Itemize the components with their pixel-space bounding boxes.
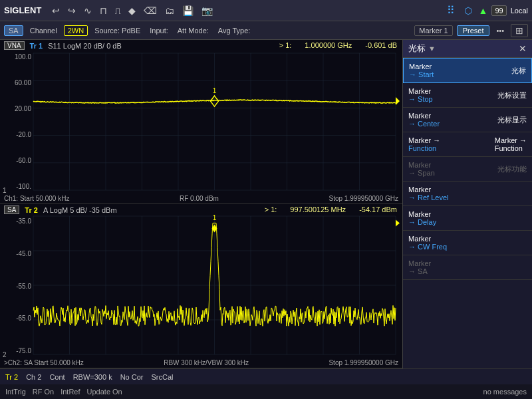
panel-dropdown-icon: ▼: [428, 45, 436, 53]
grid-view-button[interactable]: ⊞: [511, 24, 528, 37]
y2-label: -75.0: [1, 347, 31, 354]
panel-item-0[interactable]: Marker→ Start光标: [403, 58, 532, 83]
drop-button[interactable]: ◆: [126, 4, 138, 17]
right-panel: 光标 ▼ ✕ Marker→ Start光标Marker→ Stop光标设置Ma…: [402, 40, 532, 368]
y1-label: 60.00: [1, 79, 31, 86]
channel-label: Channel: [27, 26, 60, 35]
chart2[interactable]: SA Tr 2 A LogM 5 dB/ -35 dBm > 1: 997.50…: [0, 204, 402, 368]
panel-item-1[interactable]: Marker→ Stop光标设置: [403, 83, 532, 108]
chart2-stop: Stop 1.999950000 GHz: [329, 359, 398, 366]
network-button[interactable]: ⬡: [462, 4, 475, 17]
charts-panel: VNA Tr 1 S11 LogM 20 dB/ 0 dB > 1: 1.000…: [0, 40, 402, 368]
preset-button[interactable]: Preset: [457, 25, 490, 36]
mode-sa-button[interactable]: SA: [4, 25, 23, 36]
panel-item-5[interactable]: Marker→ Ref Level: [403, 182, 532, 206]
undo-button[interactable]: ↩: [49, 4, 63, 17]
panel-item-main-0: Marker: [409, 63, 434, 70]
panel-item-sub-6: → Delay: [408, 218, 436, 226]
chart2-type: SA: [4, 205, 19, 214]
chart1-marker-freq: 1.000000 GHz: [305, 41, 352, 49]
chart2-header: SA Tr 2 A LogM 5 dB/ -35 dBm: [4, 205, 117, 214]
status1-src: SrcCal: [152, 373, 174, 381]
redo-button[interactable]: ↪: [65, 4, 78, 17]
panel-items-list: Marker→ Start光标Marker→ Stop光标设置Marker→ C…: [403, 58, 532, 280]
panel-item-sub-8: → SA: [408, 267, 431, 275]
panel-item-3[interactable]: Marker →FunctionMarker → Function: [403, 132, 532, 157]
status2-rf: RF On: [33, 388, 54, 396]
toolbar-right: ⠿ ⬡ ▲ 99 Local: [444, 3, 528, 18]
chart2-trace: Tr 2: [25, 206, 38, 214]
panel-item-label-0: 光标: [511, 66, 526, 76]
chart1-ref: RF 0.00 dBm: [180, 195, 219, 202]
grid-button[interactable]: ⠿: [444, 3, 458, 18]
chart1-mode: S11 LogM 20 dB/ 0 dB: [48, 42, 122, 50]
y1-label: -20.0: [1, 131, 31, 138]
status1-rbw: RBW=300 k: [73, 373, 112, 381]
chart2-mode: A LogM 5 dB/ -35 dBm: [43, 206, 117, 214]
status2-ref: IntRef: [61, 388, 80, 396]
panel-item-7[interactable]: Marker→ CW Freq: [403, 231, 532, 255]
panel-item-main-4: Marker: [408, 161, 435, 169]
panel-item-6[interactable]: Marker→ Delay: [403, 206, 532, 231]
avg-type-label: Avg Type:: [215, 26, 253, 35]
status2-message: no messages: [483, 388, 527, 396]
chart1-marker-info: > 1: 1.000000 GHz -0.601 dB: [279, 41, 397, 49]
panel-item-sub-3: Function: [408, 144, 440, 152]
chart1-trace: Tr 1: [30, 42, 43, 50]
input-label: Input:: [147, 26, 171, 35]
panel-item-sub-2: → Center: [408, 120, 440, 128]
chart1-marker-val: -0.601 dB: [365, 41, 397, 49]
y1-label: -60.0: [1, 157, 31, 164]
y2-label: -45.0: [1, 250, 31, 257]
main-content: VNA Tr 1 S11 LogM 20 dB/ 0 dB > 1: 1.000…: [0, 40, 532, 368]
status-bar-2: IntTrig RF On IntRef Update On no messag…: [0, 384, 532, 399]
panel-item-sub-1: → Stop: [408, 95, 433, 103]
panel-item-2[interactable]: Marker→ Center光标显示: [403, 108, 532, 132]
panel-item-8[interactable]: Marker→ SA: [403, 255, 532, 280]
chart1-marker-pos: > 1:: [279, 41, 292, 49]
panel-close-button[interactable]: ✕: [519, 43, 527, 54]
chart2-footer: >Ch2: SA Start 50.000 kHz RBW 300 kHz/VB…: [4, 359, 398, 366]
chart1-header: VNA Tr 1 S11 LogM 20 dB/ 0 dB: [4, 41, 122, 50]
panel-item-main-2: Marker: [408, 112, 440, 120]
location-label: Local: [511, 7, 528, 15]
chart2-y-axis: -35.0-45.0-55.0-65.0-75.0: [1, 217, 31, 354]
y1-label: 100.0: [1, 53, 31, 61]
panel-item-4[interactable]: Marker→ Span光标功能: [403, 157, 532, 182]
chart2-start: >Ch2: SA Start 50.000 kHz: [4, 359, 84, 366]
marker-button[interactable]: Marker 1: [414, 25, 452, 36]
camera-button[interactable]: 📷: [199, 4, 215, 17]
panel-title: 光标: [408, 43, 426, 55]
panel-item-label-3: Marker → Function: [495, 136, 527, 152]
chart1[interactable]: VNA Tr 1 S11 LogM 20 dB/ 0 dB > 1: 1.000…: [0, 40, 402, 204]
panel-item-sub-0: → Start: [409, 70, 434, 78]
status1-cor: No Cor: [120, 373, 144, 381]
save-button[interactable]: 💾: [180, 4, 196, 17]
chart1-type: VNA: [4, 41, 25, 50]
panel-item-sub-5: → Ref Level: [408, 194, 449, 201]
chart1-footer: Ch1: Start 50.000 kHz RF 0.00 dBm Stop 1…: [4, 195, 398, 202]
chart2-marker-info: > 1: 997.500125 MHz -54.17 dBm: [265, 205, 397, 213]
y2-label: -65.0: [1, 315, 31, 322]
status2-trig: IntTrig: [5, 388, 26, 396]
more-options[interactable]: •••: [493, 26, 507, 35]
y2-label: -35.0: [1, 217, 31, 225]
chart2-marker-pos: > 1:: [265, 205, 277, 213]
chart2-marker-freq: 997.500125 MHz: [290, 205, 346, 213]
sine-button[interactable]: ∿: [81, 4, 94, 17]
panel-item-sub-4: → Span: [408, 169, 435, 177]
logo: SIGLENT: [4, 5, 41, 15]
channel-box[interactable]: 2WN: [64, 25, 88, 36]
delete-button[interactable]: ⌫: [141, 4, 160, 17]
status-bar-1: Tr 2 Ch 2 Cont RBW=300 k No Cor SrcCal: [0, 368, 532, 384]
pulse-button[interactable]: ⊓: [97, 4, 110, 17]
status1-tr: Tr 2: [5, 373, 18, 381]
status1-ch: Ch 2: [26, 373, 41, 381]
status1-cont: Cont: [49, 373, 65, 381]
panel-item-sub-7: → CW Freq: [408, 243, 447, 251]
scope-button[interactable]: ⎍: [112, 4, 123, 17]
folder-button[interactable]: 🗂: [162, 4, 177, 17]
chart2-ref: RBW 300 kHz/VBW 300 kHz: [164, 359, 249, 366]
y2-label: -55.0: [1, 283, 31, 290]
panel-item-main-5: Marker: [408, 186, 449, 194]
